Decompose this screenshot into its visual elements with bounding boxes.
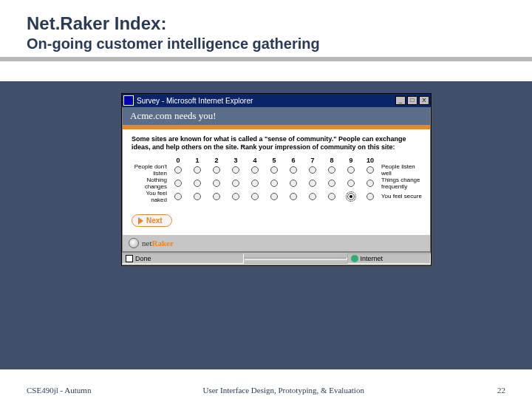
footer-center: User Interface Design, Prototyping, & Ev… — [91, 386, 476, 395]
rating-row: You feel nakedYou feel secure — [130, 191, 423, 204]
rating-radio[interactable] — [251, 193, 259, 200]
rating-radio[interactable] — [232, 193, 239, 200]
rating-radio[interactable] — [270, 166, 278, 174]
scale-header-cell: 10 — [362, 157, 378, 164]
scale-header-cell: 7 — [304, 157, 321, 164]
survey-prompt: Some sites are known for what is called … — [123, 129, 430, 155]
rating-radio[interactable] — [251, 166, 259, 174]
scale-header-cell: 5 — [266, 157, 282, 164]
rating-radio[interactable] — [194, 166, 201, 174]
scale-header-cell: 1 — [189, 157, 205, 164]
document-icon — [126, 255, 133, 262]
window-title: Survey - Microsoft Internet Explorer — [137, 97, 253, 105]
rating-radio[interactable] — [194, 193, 201, 200]
rating-radio[interactable] — [270, 193, 278, 200]
rating-radio[interactable] — [347, 180, 355, 187]
globe-icon — [129, 238, 139, 248]
brand-bar: netRaker — [123, 235, 430, 251]
rating-radio[interactable] — [174, 193, 182, 200]
rating-right-label: Things change frequently — [378, 177, 423, 191]
rating-radio[interactable] — [366, 180, 374, 187]
scale-header-cell: 8 — [324, 157, 340, 164]
rating-radio[interactable] — [232, 166, 239, 174]
rating-radio[interactable] — [174, 166, 182, 174]
brand-raker: Raker — [151, 239, 173, 248]
rating-radio[interactable] — [328, 193, 335, 200]
slide-subtitle: On-going customer intelligence gathering — [27, 35, 532, 52]
brand-net: net — [142, 239, 151, 248]
scale-header-cell: 9 — [343, 157, 359, 164]
rating-radio[interactable] — [213, 166, 220, 174]
scale-header-cell: 0 — [170, 157, 186, 164]
status-bar: Done Internet — [122, 252, 431, 265]
rating-radio[interactable] — [251, 180, 259, 187]
next-button[interactable]: Next — [132, 214, 172, 227]
divider — [0, 57, 532, 61]
rating-radio[interactable] — [328, 180, 335, 187]
rating-radio[interactable] — [328, 166, 335, 174]
rating-row: People don't listenPeople listen well — [130, 164, 423, 177]
footer-page: 22 — [476, 386, 505, 395]
arrow-right-icon — [138, 217, 143, 225]
scale-header-cell: 4 — [247, 157, 263, 164]
ie-icon — [123, 95, 134, 106]
rating-radio[interactable] — [232, 180, 239, 187]
rating-radio[interactable] — [270, 180, 278, 187]
scale-header-cell: 6 — [285, 157, 301, 164]
rating-radio[interactable] — [213, 193, 220, 200]
next-button-label: Next — [146, 216, 163, 225]
rating-radio[interactable] — [347, 193, 355, 200]
maximize-button[interactable]: □ — [407, 96, 417, 105]
rating-radio[interactable] — [290, 166, 297, 174]
footer-left: CSE490jl - Autumn — [27, 386, 91, 395]
rating-right-label: People listen well — [378, 164, 423, 177]
rating-radio[interactable] — [309, 166, 316, 174]
survey-banner: Acme.com needs you! — [123, 107, 430, 129]
rating-left-label: You feel naked — [130, 191, 170, 204]
scale-header-cell: 2 — [208, 157, 225, 164]
close-button[interactable]: X — [419, 96, 429, 105]
rating-radio[interactable] — [366, 166, 374, 174]
rating-left-label: Nothing changes — [130, 177, 170, 191]
slide-footer: CSE490jl - Autumn User Interface Design,… — [0, 386, 532, 395]
rating-radio[interactable] — [347, 166, 355, 174]
rating-grid: 012345678910 People don't listenPeople l… — [123, 155, 430, 210]
minimize-button[interactable]: _ — [395, 96, 406, 105]
window-titlebar: Survey - Microsoft Internet Explorer _ □… — [122, 94, 431, 107]
rating-radio[interactable] — [290, 180, 297, 187]
status-done: Done — [135, 255, 151, 262]
scale-header-cell: 3 — [228, 157, 244, 164]
rating-radio[interactable] — [290, 193, 297, 200]
rating-radio[interactable] — [366, 193, 374, 200]
status-zone: Internet — [361, 255, 383, 262]
rating-left-label: People don't listen — [130, 164, 170, 177]
slide-title: Net.Raker Index: — [27, 13, 532, 34]
rating-radio[interactable] — [174, 180, 182, 187]
rating-radio[interactable] — [213, 180, 220, 187]
rating-radio[interactable] — [309, 193, 316, 200]
browser-window: Survey - Microsoft Internet Explorer _ □… — [121, 93, 432, 266]
rating-radio[interactable] — [194, 180, 201, 187]
rating-right-label: You feel secure — [378, 194, 423, 200]
internet-zone-icon — [351, 255, 358, 262]
rating-row: Nothing changesThings change frequently — [130, 177, 423, 191]
rating-radio[interactable] — [309, 180, 316, 187]
